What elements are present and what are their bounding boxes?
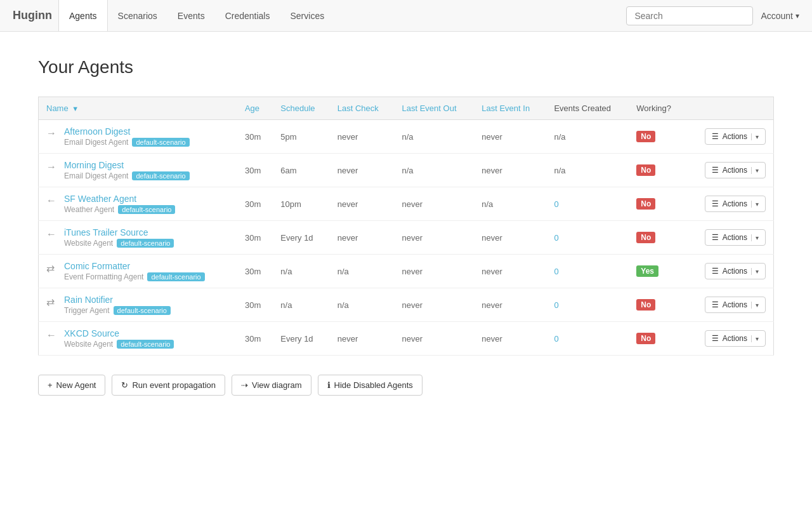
nav-item-scenarios[interactable]: Scenarios <box>108 0 167 31</box>
events-created-link[interactable]: 0 <box>554 334 558 344</box>
agent-last-event-out: n/a <box>395 120 475 154</box>
events-created-link[interactable]: 0 <box>554 199 558 209</box>
agent-events-created: n/a <box>546 120 629 154</box>
agent-badge: default-scenario <box>117 239 174 248</box>
list-icon: ☰ <box>712 300 719 309</box>
events-created-link[interactable]: 0 <box>554 267 558 276</box>
actions-button[interactable]: ☰ Actions ▾ <box>705 128 766 145</box>
agent-events-created: n/a <box>546 154 629 187</box>
agent-name-link[interactable]: SF Weather Agent <box>64 194 175 204</box>
working-status-badge: No <box>636 131 655 142</box>
events-created-link[interactable]: 0 <box>554 233 558 243</box>
hide-disabled-agents-button[interactable]: ℹ Hide Disabled Agents <box>318 375 422 396</box>
list-icon: ☰ <box>712 233 719 242</box>
agent-working: No <box>629 120 686 154</box>
actions-button[interactable]: ☰ Actions ▾ <box>705 229 766 246</box>
nav-item-services[interactable]: Services <box>280 0 334 31</box>
working-status-badge: No <box>636 232 655 243</box>
table-header: Name ▼ Age Schedule Last Check Last Even… <box>39 97 774 120</box>
agent-direction-icon: ← <box>46 330 59 341</box>
agent-schedule: 5pm <box>273 120 329 154</box>
list-icon: ☰ <box>712 166 719 175</box>
agent-age: 30m <box>237 187 273 221</box>
agent-last-check: n/a <box>330 288 395 322</box>
agent-age: 30m <box>237 154 273 187</box>
nav-link-services[interactable]: Services <box>280 0 334 31</box>
agent-last-check: never <box>330 221 395 255</box>
agent-actions-cell: ☰ Actions ▾ <box>686 255 773 288</box>
col-schedule: Schedule <box>273 97 329 120</box>
agent-name-link[interactable]: Morning Digest <box>64 160 190 170</box>
navbar-right: Account <box>626 6 799 25</box>
agent-age: 30m <box>237 221 273 255</box>
nav-item-credentials[interactable]: Credentials <box>215 0 280 31</box>
table-row: ← SF Weather Agent Weather Agentdefault-… <box>39 187 774 221</box>
agent-type: Email Digest Agentdefault-scenario <box>64 171 190 180</box>
agent-name-link[interactable]: Afternoon Digest <box>64 126 190 137</box>
agent-schedule: 10pm <box>273 187 329 221</box>
agent-name-cell-1: → Morning Digest Email Digest Agentdefau… <box>39 154 237 187</box>
agent-events-created: 0 <box>546 221 629 255</box>
nav-link-scenarios[interactable]: Scenarios <box>108 0 167 31</box>
caret-icon: ▾ <box>751 167 759 174</box>
working-status-badge: No <box>636 198 655 210</box>
view-diagram-label: View diagram <box>252 380 302 390</box>
col-events-created: Events Created <box>546 97 629 120</box>
agent-schedule: Every 1d <box>273 322 329 356</box>
agent-name-cell-5: ⇄ Rain Notifier Trigger Agentdefault-sce… <box>39 288 237 322</box>
table-row: ← iTunes Trailer Source Website Agentdef… <box>39 221 774 255</box>
account-button[interactable]: Account <box>761 11 799 21</box>
agent-working: No <box>629 187 686 221</box>
agent-last-event-in: never <box>474 120 546 154</box>
actions-button[interactable]: ☰ Actions ▾ <box>705 263 766 279</box>
run-event-propagation-button[interactable]: ↻ Run event propagation <box>112 375 225 396</box>
caret-icon: ▾ <box>751 268 759 275</box>
actions-label: Actions <box>723 233 747 242</box>
agent-events-created: 0 <box>546 187 629 221</box>
col-name[interactable]: Name ▼ <box>39 97 237 120</box>
list-icon: ☰ <box>712 132 719 141</box>
agent-name-link[interactable]: iTunes Trailer Source <box>64 227 174 237</box>
nav-item-events[interactable]: Events <box>167 0 215 31</box>
actions-button[interactable]: ☰ Actions ▾ <box>705 196 766 212</box>
agents-table: Name ▼ Age Schedule Last Check Last Even… <box>38 97 774 356</box>
actions-button[interactable]: ☰ Actions ▾ <box>705 162 766 178</box>
agent-last-event-out: never <box>395 187 475 221</box>
working-status-badge: No <box>636 333 655 344</box>
agent-name-link[interactable]: Rain Notifier <box>64 295 171 305</box>
actions-button[interactable]: ☰ Actions ▾ <box>705 330 766 347</box>
nav-links: Agents Scenarios Events Credentials Serv… <box>58 0 334 31</box>
col-working: Working? <box>629 97 686 120</box>
agent-badge: default-scenario <box>132 171 189 180</box>
agent-name-link[interactable]: XKCD Source <box>64 328 174 338</box>
brand-logo[interactable]: Huginn <box>13 9 52 22</box>
agent-name-link[interactable]: Comic Formatter <box>64 261 205 271</box>
agent-events-created: 0 <box>546 322 629 356</box>
agent-last-check: never <box>330 120 395 154</box>
agent-badge: default-scenario <box>114 306 171 315</box>
new-agent-button[interactable]: + New Agent <box>38 375 105 396</box>
agent-last-event-in: never <box>474 255 546 288</box>
sort-arrow-name: ▼ <box>72 105 79 112</box>
agent-last-check: never <box>330 187 395 221</box>
agent-direction-icon: → <box>46 161 59 173</box>
view-diagram-button[interactable]: ⇢ View diagram <box>232 375 311 396</box>
nav-link-agents[interactable]: Agents <box>58 0 108 31</box>
table-row: ⇄ Rain Notifier Trigger Agentdefault-sce… <box>39 288 774 322</box>
actions-button[interactable]: ☰ Actions ▾ <box>705 297 766 313</box>
agent-direction-icon: ← <box>46 195 59 206</box>
nav-link-credentials[interactable]: Credentials <box>215 0 280 31</box>
agent-type: Email Digest Agentdefault-scenario <box>64 138 190 147</box>
agent-type: Website Agentdefault-scenario <box>64 340 174 349</box>
nav-link-events[interactable]: Events <box>167 0 215 31</box>
run-event-propagation-label: Run event propagation <box>132 380 216 390</box>
agent-working: Yes <box>629 255 686 288</box>
search-input[interactable] <box>626 6 753 25</box>
nav-item-agents[interactable]: Agents <box>58 0 108 31</box>
col-last-event-out: Last Event Out <box>395 97 475 120</box>
agent-age: 30m <box>237 255 273 288</box>
agent-last-event-in: never <box>474 221 546 255</box>
events-created-link[interactable]: 0 <box>554 300 558 310</box>
agent-last-event-out: never <box>395 288 475 322</box>
agent-last-event-in: never <box>474 288 546 322</box>
